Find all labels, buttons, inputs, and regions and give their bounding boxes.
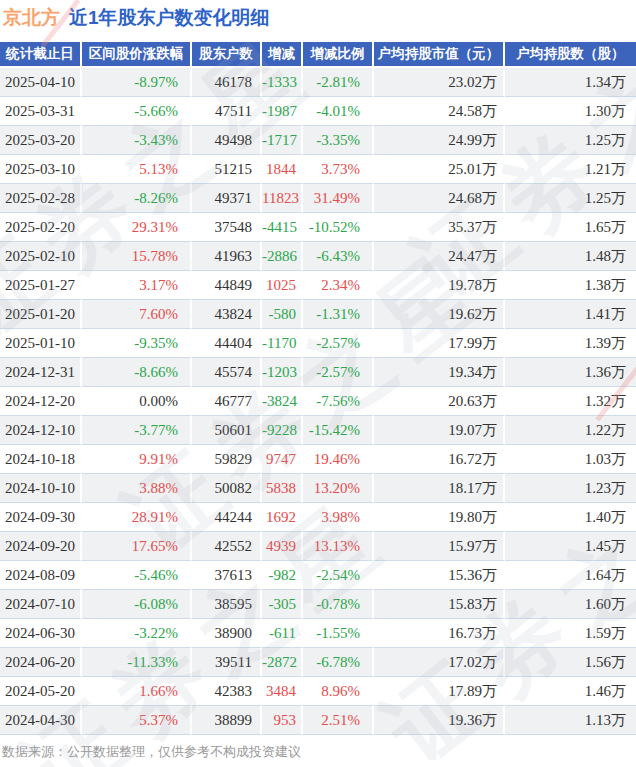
price-change-cell: -5.66% bbox=[82, 97, 192, 126]
avg-holding-shares-cell: 1.48万 bbox=[505, 242, 636, 271]
avg-holding-shares-cell: 1.30万 bbox=[505, 97, 636, 126]
delta-pct-cell: -3.35% bbox=[303, 126, 374, 155]
holder-count-cell: 49498 bbox=[192, 126, 262, 155]
header-delta: 增减 bbox=[262, 42, 303, 68]
delta-cell: -1170 bbox=[262, 329, 303, 358]
holder-count-cell: 39511 bbox=[192, 648, 262, 677]
avg-holding-shares-cell: 1.38万 bbox=[505, 271, 636, 300]
price-change-cell: 15.78% bbox=[82, 242, 192, 271]
holder-count-cell: 38900 bbox=[192, 619, 262, 648]
holder-count-cell: 42383 bbox=[192, 677, 262, 706]
table-row: 2024-04-30 5.37% 38899 953 2.51% 19.36万 … bbox=[0, 706, 636, 735]
header-holder-count: 股东户数 bbox=[192, 42, 262, 68]
holder-count-cell: 46777 bbox=[192, 387, 262, 416]
delta-pct-cell: -2.54% bbox=[303, 561, 374, 590]
price-change-cell: 0.00% bbox=[82, 387, 192, 416]
stat-date-cell: 2024-05-20 bbox=[0, 677, 82, 706]
delta-cell: -4415 bbox=[262, 213, 303, 242]
delta-cell: -580 bbox=[262, 300, 303, 329]
header-avg-holding-value: 户均持股市值（元） bbox=[374, 42, 505, 68]
avg-holding-value-cell: 16.72万 bbox=[374, 445, 505, 474]
table-row: 2024-06-20 -11.33% 39511 -2872 -6.78% 17… bbox=[0, 648, 636, 677]
price-change-cell: -8.66% bbox=[82, 358, 192, 387]
price-change-cell: -8.97% bbox=[82, 68, 192, 97]
table-row: 2024-10-18 9.91% 59829 9747 19.46% 16.72… bbox=[0, 445, 636, 474]
table-row: 2025-01-20 7.60% 43824 -580 -1.31% 19.62… bbox=[0, 300, 636, 329]
delta-pct-cell: -7.56% bbox=[303, 387, 374, 416]
table-header: 统计截止日 区间股价涨跌幅 股东户数 增减 增减比例 户均持股市值（元） 户均持… bbox=[0, 42, 636, 68]
avg-holding-shares-cell: 1.25万 bbox=[505, 126, 636, 155]
header-delta-pct: 增减比例 bbox=[303, 42, 374, 68]
table-row: 2025-01-10 -9.35% 44404 -1170 -2.57% 17.… bbox=[0, 329, 636, 358]
delta-cell: 5838 bbox=[262, 474, 303, 503]
holder-count-cell: 50082 bbox=[192, 474, 262, 503]
price-change-cell: 29.31% bbox=[82, 213, 192, 242]
table-row: 2025-03-10 5.13% 51215 1844 3.73% 25.01万… bbox=[0, 155, 636, 184]
page-title: 京北方近1年股东户数变化明细 bbox=[3, 5, 270, 31]
delta-cell: -9228 bbox=[262, 416, 303, 445]
delta-cell: -2872 bbox=[262, 648, 303, 677]
stat-date-cell: 2024-12-20 bbox=[0, 387, 82, 416]
holder-count-cell: 44404 bbox=[192, 329, 262, 358]
table-row: 2024-12-20 0.00% 46777 -3824 -7.56% 20.6… bbox=[0, 387, 636, 416]
table-row: 2024-12-31 -8.66% 45574 -1203 -2.57% 19.… bbox=[0, 358, 636, 387]
holder-count-cell: 43824 bbox=[192, 300, 262, 329]
stat-date-cell: 2025-02-28 bbox=[0, 184, 82, 213]
holder-count-cell: 44849 bbox=[192, 271, 262, 300]
stat-date-cell: 2025-01-10 bbox=[0, 329, 82, 358]
avg-holding-shares-cell: 1.56万 bbox=[505, 648, 636, 677]
price-change-cell: 5.13% bbox=[82, 155, 192, 184]
avg-holding-shares-cell: 1.45万 bbox=[505, 532, 636, 561]
delta-pct-cell: -2.81% bbox=[303, 68, 374, 97]
delta-cell: -611 bbox=[262, 619, 303, 648]
header-avg-holding-shares: 户均持股数（股） bbox=[505, 42, 636, 68]
avg-holding-shares-cell: 1.32万 bbox=[505, 387, 636, 416]
holder-count-cell: 50601 bbox=[192, 416, 262, 445]
delta-pct-cell: 2.51% bbox=[303, 706, 374, 735]
stat-date-cell: 2024-06-30 bbox=[0, 619, 82, 648]
delta-pct-cell: 3.98% bbox=[303, 503, 374, 532]
stat-date-cell: 2025-02-20 bbox=[0, 213, 82, 242]
avg-holding-shares-cell: 1.59万 bbox=[505, 619, 636, 648]
delta-cell: -2886 bbox=[262, 242, 303, 271]
delta-pct-cell: 13.20% bbox=[303, 474, 374, 503]
price-change-cell: 3.17% bbox=[82, 271, 192, 300]
table-row: 2024-07-10 -6.08% 38595 -305 -0.78% 15.8… bbox=[0, 590, 636, 619]
price-change-cell: 1.66% bbox=[82, 677, 192, 706]
price-change-cell: -5.46% bbox=[82, 561, 192, 590]
stat-date-cell: 2025-04-10 bbox=[0, 68, 82, 97]
avg-holding-value-cell: 17.99万 bbox=[374, 329, 505, 358]
holder-count-cell: 49371 bbox=[192, 184, 262, 213]
avg-holding-value-cell: 15.97万 bbox=[374, 532, 505, 561]
price-change-cell: -11.33% bbox=[82, 648, 192, 677]
avg-holding-shares-cell: 1.39万 bbox=[505, 329, 636, 358]
price-change-cell: -3.43% bbox=[82, 126, 192, 155]
price-change-cell: 9.91% bbox=[82, 445, 192, 474]
holder-count-cell: 38899 bbox=[192, 706, 262, 735]
table-row: 2025-01-27 3.17% 44849 1025 2.34% 19.78万… bbox=[0, 271, 636, 300]
delta-pct-cell: 8.96% bbox=[303, 677, 374, 706]
delta-cell: 9747 bbox=[262, 445, 303, 474]
delta-pct-cell: 3.73% bbox=[303, 155, 374, 184]
delta-cell: -3824 bbox=[262, 387, 303, 416]
avg-holding-value-cell: 35.37万 bbox=[374, 213, 505, 242]
table-row: 2025-03-20 -3.43% 49498 -1717 -3.35% 24.… bbox=[0, 126, 636, 155]
delta-pct-cell: -6.43% bbox=[303, 242, 374, 271]
avg-holding-shares-cell: 1.65万 bbox=[505, 213, 636, 242]
holder-count-cell: 38595 bbox=[192, 590, 262, 619]
price-change-cell: 17.65% bbox=[82, 532, 192, 561]
avg-holding-value-cell: 24.47万 bbox=[374, 242, 505, 271]
stat-date-cell: 2024-09-30 bbox=[0, 503, 82, 532]
avg-holding-shares-cell: 1.13万 bbox=[505, 706, 636, 735]
delta-pct-cell: 13.13% bbox=[303, 532, 374, 561]
stat-date-cell: 2025-01-20 bbox=[0, 300, 82, 329]
delta-pct-cell: -2.57% bbox=[303, 358, 374, 387]
table-row: 2024-09-20 17.65% 42552 4939 13.13% 15.9… bbox=[0, 532, 636, 561]
avg-holding-shares-cell: 1.25万 bbox=[505, 184, 636, 213]
avg-holding-value-cell: 15.36万 bbox=[374, 561, 505, 590]
stat-date-cell: 2024-10-10 bbox=[0, 474, 82, 503]
delta-cell: 1692 bbox=[262, 503, 303, 532]
price-change-cell: -3.77% bbox=[82, 416, 192, 445]
price-change-cell: 28.91% bbox=[82, 503, 192, 532]
holder-count-cell: 41963 bbox=[192, 242, 262, 271]
